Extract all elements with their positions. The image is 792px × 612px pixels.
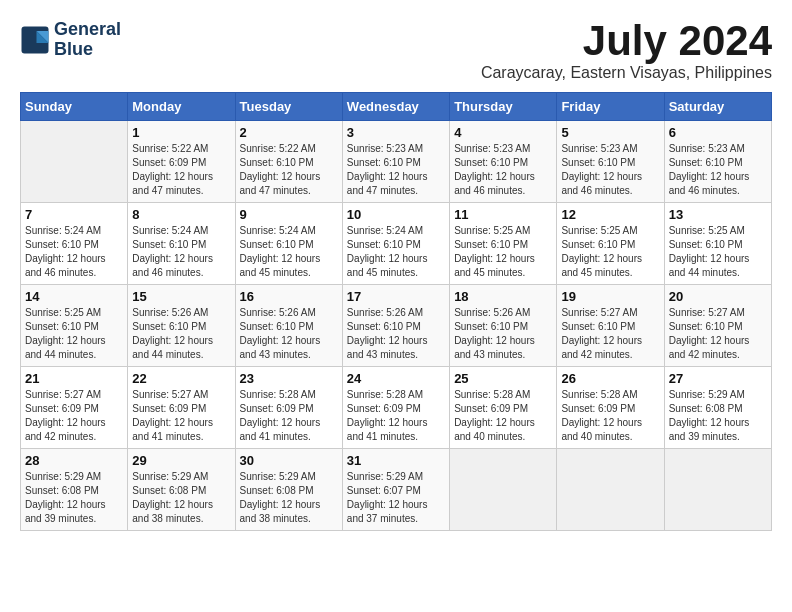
day-info: Sunrise: 5:29 AM Sunset: 6:08 PM Dayligh… — [240, 470, 338, 526]
calendar-cell: 24Sunrise: 5:28 AM Sunset: 6:09 PM Dayli… — [342, 367, 449, 449]
day-info: Sunrise: 5:24 AM Sunset: 6:10 PM Dayligh… — [25, 224, 123, 280]
calendar-cell: 16Sunrise: 5:26 AM Sunset: 6:10 PM Dayli… — [235, 285, 342, 367]
location-title: Caraycaray, Eastern Visayas, Philippines — [481, 64, 772, 82]
month-title: July 2024 — [481, 20, 772, 62]
day-number: 13 — [669, 207, 767, 222]
day-number: 20 — [669, 289, 767, 304]
calendar-cell: 19Sunrise: 5:27 AM Sunset: 6:10 PM Dayli… — [557, 285, 664, 367]
day-number: 22 — [132, 371, 230, 386]
day-number: 25 — [454, 371, 552, 386]
day-info: Sunrise: 5:24 AM Sunset: 6:10 PM Dayligh… — [240, 224, 338, 280]
calendar-cell — [557, 449, 664, 531]
header-monday: Monday — [128, 93, 235, 121]
logo-icon — [20, 25, 50, 55]
calendar-cell: 30Sunrise: 5:29 AM Sunset: 6:08 PM Dayli… — [235, 449, 342, 531]
calendar-cell: 14Sunrise: 5:25 AM Sunset: 6:10 PM Dayli… — [21, 285, 128, 367]
week-row-3: 14Sunrise: 5:25 AM Sunset: 6:10 PM Dayli… — [21, 285, 772, 367]
day-info: Sunrise: 5:25 AM Sunset: 6:10 PM Dayligh… — [454, 224, 552, 280]
calendar-cell: 22Sunrise: 5:27 AM Sunset: 6:09 PM Dayli… — [128, 367, 235, 449]
day-number: 15 — [132, 289, 230, 304]
day-number: 1 — [132, 125, 230, 140]
calendar-table: SundayMondayTuesdayWednesdayThursdayFrid… — [20, 92, 772, 531]
day-info: Sunrise: 5:22 AM Sunset: 6:10 PM Dayligh… — [240, 142, 338, 198]
day-info: Sunrise: 5:23 AM Sunset: 6:10 PM Dayligh… — [454, 142, 552, 198]
calendar-cell: 11Sunrise: 5:25 AM Sunset: 6:10 PM Dayli… — [450, 203, 557, 285]
day-info: Sunrise: 5:27 AM Sunset: 6:10 PM Dayligh… — [561, 306, 659, 362]
calendar-cell: 28Sunrise: 5:29 AM Sunset: 6:08 PM Dayli… — [21, 449, 128, 531]
day-number: 8 — [132, 207, 230, 222]
day-number: 19 — [561, 289, 659, 304]
day-number: 24 — [347, 371, 445, 386]
calendar-cell: 18Sunrise: 5:26 AM Sunset: 6:10 PM Dayli… — [450, 285, 557, 367]
calendar-cell: 3Sunrise: 5:23 AM Sunset: 6:10 PM Daylig… — [342, 121, 449, 203]
calendar-cell: 4Sunrise: 5:23 AM Sunset: 6:10 PM Daylig… — [450, 121, 557, 203]
day-number: 18 — [454, 289, 552, 304]
day-info: Sunrise: 5:27 AM Sunset: 6:10 PM Dayligh… — [669, 306, 767, 362]
day-info: Sunrise: 5:27 AM Sunset: 6:09 PM Dayligh… — [132, 388, 230, 444]
day-info: Sunrise: 5:25 AM Sunset: 6:10 PM Dayligh… — [669, 224, 767, 280]
day-info: Sunrise: 5:25 AM Sunset: 6:10 PM Dayligh… — [25, 306, 123, 362]
page-header: General Blue July 2024 Caraycaray, Easte… — [20, 20, 772, 82]
calendar-cell: 31Sunrise: 5:29 AM Sunset: 6:07 PM Dayli… — [342, 449, 449, 531]
calendar-cell: 29Sunrise: 5:29 AM Sunset: 6:08 PM Dayli… — [128, 449, 235, 531]
header-friday: Friday — [557, 93, 664, 121]
day-info: Sunrise: 5:26 AM Sunset: 6:10 PM Dayligh… — [347, 306, 445, 362]
calendar-cell: 5Sunrise: 5:23 AM Sunset: 6:10 PM Daylig… — [557, 121, 664, 203]
calendar-cell: 6Sunrise: 5:23 AM Sunset: 6:10 PM Daylig… — [664, 121, 771, 203]
day-number: 2 — [240, 125, 338, 140]
day-number: 17 — [347, 289, 445, 304]
day-number: 6 — [669, 125, 767, 140]
logo-text: General Blue — [54, 20, 121, 60]
calendar-cell — [21, 121, 128, 203]
calendar-cell: 8Sunrise: 5:24 AM Sunset: 6:10 PM Daylig… — [128, 203, 235, 285]
calendar-cell: 9Sunrise: 5:24 AM Sunset: 6:10 PM Daylig… — [235, 203, 342, 285]
day-number: 5 — [561, 125, 659, 140]
day-number: 28 — [25, 453, 123, 468]
day-number: 10 — [347, 207, 445, 222]
calendar-cell: 15Sunrise: 5:26 AM Sunset: 6:10 PM Dayli… — [128, 285, 235, 367]
week-row-5: 28Sunrise: 5:29 AM Sunset: 6:08 PM Dayli… — [21, 449, 772, 531]
calendar-cell: 13Sunrise: 5:25 AM Sunset: 6:10 PM Dayli… — [664, 203, 771, 285]
day-info: Sunrise: 5:25 AM Sunset: 6:10 PM Dayligh… — [561, 224, 659, 280]
calendar-cell: 20Sunrise: 5:27 AM Sunset: 6:10 PM Dayli… — [664, 285, 771, 367]
day-info: Sunrise: 5:23 AM Sunset: 6:10 PM Dayligh… — [561, 142, 659, 198]
day-number: 11 — [454, 207, 552, 222]
day-info: Sunrise: 5:28 AM Sunset: 6:09 PM Dayligh… — [561, 388, 659, 444]
day-number: 29 — [132, 453, 230, 468]
day-info: Sunrise: 5:22 AM Sunset: 6:09 PM Dayligh… — [132, 142, 230, 198]
header-tuesday: Tuesday — [235, 93, 342, 121]
day-number: 27 — [669, 371, 767, 386]
week-row-4: 21Sunrise: 5:27 AM Sunset: 6:09 PM Dayli… — [21, 367, 772, 449]
title-block: July 2024 Caraycaray, Eastern Visayas, P… — [481, 20, 772, 82]
calendar-cell: 25Sunrise: 5:28 AM Sunset: 6:09 PM Dayli… — [450, 367, 557, 449]
calendar-cell: 7Sunrise: 5:24 AM Sunset: 6:10 PM Daylig… — [21, 203, 128, 285]
day-number: 16 — [240, 289, 338, 304]
logo: General Blue — [20, 20, 121, 60]
calendar-cell: 21Sunrise: 5:27 AM Sunset: 6:09 PM Dayli… — [21, 367, 128, 449]
day-number: 7 — [25, 207, 123, 222]
day-number: 26 — [561, 371, 659, 386]
day-info: Sunrise: 5:28 AM Sunset: 6:09 PM Dayligh… — [240, 388, 338, 444]
header-wednesday: Wednesday — [342, 93, 449, 121]
day-number: 12 — [561, 207, 659, 222]
calendar-cell: 23Sunrise: 5:28 AM Sunset: 6:09 PM Dayli… — [235, 367, 342, 449]
day-number: 31 — [347, 453, 445, 468]
header-thursday: Thursday — [450, 93, 557, 121]
header-sunday: Sunday — [21, 93, 128, 121]
day-info: Sunrise: 5:29 AM Sunset: 6:08 PM Dayligh… — [669, 388, 767, 444]
day-info: Sunrise: 5:28 AM Sunset: 6:09 PM Dayligh… — [454, 388, 552, 444]
day-number: 14 — [25, 289, 123, 304]
day-number: 30 — [240, 453, 338, 468]
day-info: Sunrise: 5:27 AM Sunset: 6:09 PM Dayligh… — [25, 388, 123, 444]
calendar-cell: 12Sunrise: 5:25 AM Sunset: 6:10 PM Dayli… — [557, 203, 664, 285]
day-info: Sunrise: 5:29 AM Sunset: 6:07 PM Dayligh… — [347, 470, 445, 526]
calendar-cell — [450, 449, 557, 531]
calendar-cell: 17Sunrise: 5:26 AM Sunset: 6:10 PM Dayli… — [342, 285, 449, 367]
day-info: Sunrise: 5:26 AM Sunset: 6:10 PM Dayligh… — [132, 306, 230, 362]
calendar-cell — [664, 449, 771, 531]
header-saturday: Saturday — [664, 93, 771, 121]
day-number: 23 — [240, 371, 338, 386]
day-info: Sunrise: 5:26 AM Sunset: 6:10 PM Dayligh… — [240, 306, 338, 362]
day-info: Sunrise: 5:23 AM Sunset: 6:10 PM Dayligh… — [669, 142, 767, 198]
day-number: 21 — [25, 371, 123, 386]
